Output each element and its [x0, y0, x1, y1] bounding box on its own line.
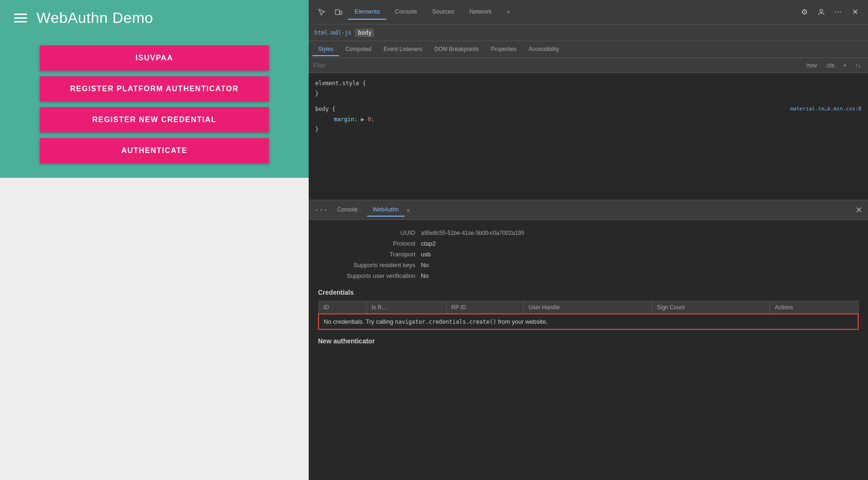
- transport-label: Transport: [318, 251, 421, 258]
- no-credentials-cell: No credentials. Try calling navigator.cr…: [318, 314, 858, 329]
- col-rp-id: RP ID: [446, 301, 523, 314]
- bottom-panel-toolbar: ··· Console WebAuthn ✕ ✕: [309, 200, 868, 220]
- cls-button[interactable]: .cls: [823, 61, 837, 70]
- element-style-rule: element.style { }: [315, 79, 861, 99]
- bottom-tab-webauthn[interactable]: WebAuthn: [367, 204, 405, 217]
- body-rule-close: }: [315, 124, 861, 135]
- protocol-label: Protocol: [318, 240, 421, 247]
- close-bottom-panel-icon[interactable]: ✕: [855, 205, 862, 215]
- protocol-value: ctap2: [421, 240, 436, 247]
- register-credential-button[interactable]: REGISTER NEW CREDENTIAL: [40, 107, 269, 132]
- bottom-tab-console[interactable]: Console: [332, 204, 363, 217]
- styles-filter-bar: :hov .cls + ↑↓: [309, 58, 868, 73]
- add-style-button[interactable]: +: [840, 61, 849, 70]
- styles-tab-accessibility[interactable]: Accessibility: [523, 43, 564, 56]
- no-creds-prefix: No credentials. Try calling: [324, 318, 395, 325]
- authenticator-info: UUID a95e8c55-51be-41se-5b00-c0a7002a195…: [318, 227, 859, 281]
- svg-point-2: [820, 9, 823, 12]
- hov-button[interactable]: :hov: [803, 61, 819, 70]
- app-buttons: ISUVPAA REGISTER PLATFORM AUTHENTICATOR …: [14, 45, 295, 163]
- styles-filter-right: :hov .cls + ↑↓: [803, 61, 863, 70]
- authenticate-button[interactable]: AUTHENTICATE: [40, 138, 269, 163]
- elements-breadcrumb: html.mdl-js body: [309, 24, 868, 41]
- col-is-r: Is R…: [367, 301, 446, 314]
- margin-name: margin:: [334, 116, 358, 123]
- tab-elements[interactable]: Elements: [348, 4, 386, 20]
- close-devtools-icon[interactable]: ✕: [847, 5, 862, 20]
- body-style-rule: body { material.te…k.min.css:8 margin: ▶…: [315, 104, 861, 135]
- uuid-label: UUID: [318, 229, 421, 236]
- element-style-close: }: [315, 89, 861, 99]
- breadcrumb-body[interactable]: body: [355, 29, 374, 37]
- user-profile-icon[interactable]: [814, 5, 829, 20]
- styles-tabs: Styles Computed Event Listeners DOM Brea…: [309, 41, 868, 58]
- user-verification-value: No: [421, 272, 429, 279]
- new-authenticator-title: New authenticator: [318, 337, 859, 345]
- no-creds-suffix: from your website.: [496, 318, 548, 325]
- styles-tab-dom-breakpoints[interactable]: DOM Breakpoints: [429, 43, 485, 56]
- toggle-panel-button[interactable]: ↑↓: [853, 61, 863, 70]
- credentials-table-body: No credentials. Try calling navigator.cr…: [318, 314, 858, 329]
- app-content: [0, 178, 309, 480]
- isuvpaa-button[interactable]: ISUVPAA: [40, 45, 269, 71]
- no-creds-code: navigator.credentials.create(): [395, 319, 496, 325]
- body-margin-property: margin: ▶ 0;: [325, 115, 861, 125]
- styles-tab-styles[interactable]: Styles: [312, 43, 339, 56]
- more-options-icon[interactable]: ⋯: [831, 5, 846, 20]
- device-toolbar-icon[interactable]: [331, 5, 346, 20]
- svg-rect-0: [335, 10, 340, 15]
- register-platform-button[interactable]: REGISTER PLATFORM AUTHENTICATOR: [40, 76, 269, 102]
- styles-filter-input[interactable]: [313, 62, 799, 69]
- resident-keys-label: Supports resident keys: [318, 262, 421, 269]
- credentials-title: Credentials: [318, 289, 859, 296]
- settings-icon[interactable]: ⚙: [797, 5, 812, 20]
- credentials-table-header: ID Is R… RP ID User Handle Sign Count Ac…: [318, 301, 858, 314]
- triangle-icon[interactable]: ▶: [361, 116, 368, 123]
- credentials-section: Credentials ID Is R… RP ID User Handle S…: [318, 289, 859, 330]
- tab-console[interactable]: Console: [388, 4, 424, 20]
- body-style-source[interactable]: material.te…k.min.css:8: [790, 104, 861, 115]
- no-credentials-text: No credentials. Try calling navigator.cr…: [324, 318, 548, 325]
- protocol-row: Protocol ctap2: [318, 238, 859, 249]
- webauthn-tab-close[interactable]: ✕: [406, 206, 410, 214]
- element-style-selector: element.style {: [315, 79, 861, 89]
- col-sign-count: Sign Count: [652, 301, 770, 314]
- styles-content: element.style { } body { material.te…k.m…: [309, 73, 868, 200]
- webauthn-tab-container: WebAuthn ✕: [367, 204, 410, 217]
- no-credentials-row: No credentials. Try calling navigator.cr…: [318, 314, 858, 329]
- col-user-handle: User Handle: [524, 301, 652, 314]
- tab-sources[interactable]: Sources: [426, 4, 461, 20]
- credentials-header-row: ID Is R… RP ID User Handle Sign Count Ac…: [318, 301, 858, 314]
- credentials-table: ID Is R… RP ID User Handle Sign Count Ac…: [318, 301, 859, 330]
- uuid-row: UUID a95e8c55-51be-41se-5b00-c0a7002a195: [318, 227, 859, 238]
- styles-tab-event-listeners[interactable]: Event Listeners: [378, 43, 428, 56]
- bottom-more-icon[interactable]: ···: [314, 205, 328, 214]
- devtools-panel: Elements Console Sources Network » ⚙ ⋯ ✕…: [309, 0, 868, 480]
- svg-rect-1: [340, 11, 342, 15]
- resident-keys-row: Supports resident keys No: [318, 260, 859, 270]
- body-rule-header: body { material.te…k.min.css:8: [315, 104, 861, 115]
- hamburger-icon[interactable]: [14, 14, 27, 22]
- margin-value: 0;: [368, 116, 374, 123]
- styles-tab-computed[interactable]: Computed: [340, 43, 377, 56]
- col-id: ID: [318, 301, 367, 314]
- col-actions: Actions: [770, 301, 858, 314]
- transport-row: Transport usb: [318, 249, 859, 260]
- user-verification-row: Supports user verification No: [318, 270, 859, 281]
- app-title: WebAuthn Demo: [36, 9, 153, 27]
- app-header-top: WebAuthn Demo: [14, 9, 295, 27]
- webauthn-content: UUID a95e8c55-51be-41se-5b00-c0a7002a195…: [309, 220, 868, 480]
- uuid-value: a95e8c55-51be-41se-5b00-c0a7002a195: [421, 230, 524, 236]
- tab-more[interactable]: »: [500, 4, 516, 20]
- inspect-element-icon[interactable]: [314, 5, 329, 20]
- user-verification-label: Supports user verification: [318, 272, 421, 279]
- transport-value: usb: [421, 251, 431, 258]
- app-panel: WebAuthn Demo ISUVPAA REGISTER PLATFORM …: [0, 0, 309, 480]
- app-header: WebAuthn Demo ISUVPAA REGISTER PLATFORM …: [0, 0, 309, 178]
- tab-network[interactable]: Network: [463, 4, 499, 20]
- breadcrumb-html[interactable]: html.mdl-js: [314, 29, 351, 36]
- devtools-toolbar-right: ⚙ ⋯ ✕: [797, 5, 862, 20]
- bottom-panel: ··· Console WebAuthn ✕ ✕ UUID a95e8c55-5…: [309, 200, 868, 480]
- styles-tab-properties[interactable]: Properties: [485, 43, 522, 56]
- devtools-toolbar: Elements Console Sources Network » ⚙ ⋯ ✕: [309, 0, 868, 24]
